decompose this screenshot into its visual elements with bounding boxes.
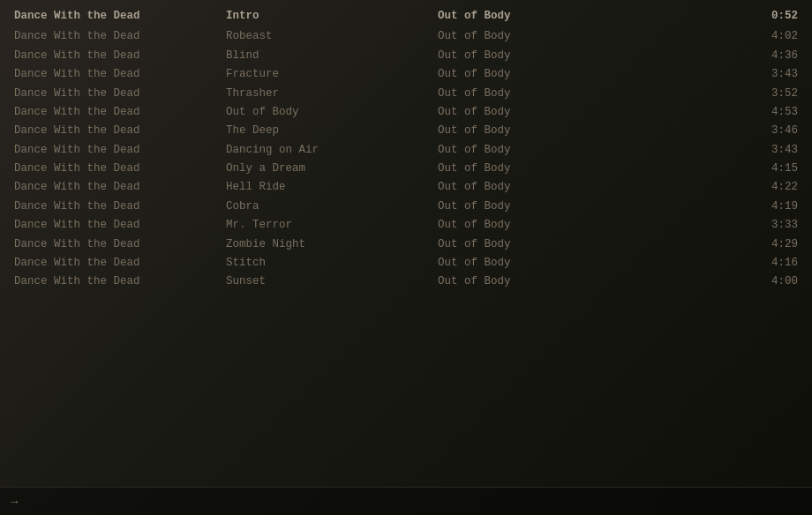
track-album: Out of Body [438, 236, 650, 253]
track-list-header: Dance With the Dead Intro Out of Body 0:… [0, 7, 812, 26]
track-list: Dance With the Dead Intro Out of Body 0:… [0, 0, 812, 299]
track-artist: Dance With the Dead [14, 255, 226, 272]
track-title: Mr. Terror [226, 217, 438, 234]
track-artist: Dance With the Dead [14, 198, 226, 215]
table-row[interactable]: Dance With the DeadThe DeepOut of Body3:… [0, 122, 812, 140]
table-row[interactable]: Dance With the DeadThrasherOut of Body3:… [0, 85, 812, 103]
table-row[interactable]: Dance With the DeadCobraOut of Body4:19 [0, 198, 812, 216]
track-title: Hell Ride [226, 179, 438, 196]
track-album: Out of Body [438, 86, 650, 102]
table-row[interactable]: Dance With the DeadZombie NightOut of Bo… [0, 235, 812, 254]
track-duration: 3:52 [650, 86, 798, 102]
track-album: Out of Body [438, 28, 650, 45]
header-artist: Dance With the Dead [14, 8, 226, 25]
track-duration: 4:19 [650, 198, 798, 215]
track-duration: 3:33 [650, 217, 798, 234]
track-duration: 4:29 [650, 236, 798, 253]
track-duration: 4:16 [650, 255, 798, 272]
track-album: Out of Body [438, 66, 650, 83]
track-title: Thrasher [226, 86, 438, 102]
table-row[interactable]: Dance With the DeadHell RideOut of Body4… [0, 178, 812, 197]
bottom-bar: → [0, 487, 812, 515]
track-duration: 4:22 [650, 179, 798, 196]
track-title: Dancing on Air [226, 142, 438, 159]
track-title: Cobra [226, 198, 438, 215]
table-row[interactable]: Dance With the DeadOut of BodyOut of Bod… [0, 103, 812, 122]
table-row[interactable]: Dance With the DeadBlindOut of Body4:36 [0, 47, 812, 65]
track-album: Out of Body [438, 142, 650, 159]
track-artist: Dance With the Dead [14, 28, 226, 45]
track-album: Out of Body [438, 123, 650, 139]
track-artist: Dance With the Dead [14, 104, 226, 121]
table-row[interactable]: Dance With the DeadMr. TerrorOut of Body… [0, 216, 812, 235]
track-duration: 4:02 [650, 28, 798, 45]
table-row[interactable]: Dance With the DeadRobeastOut of Body4:0… [0, 27, 812, 46]
track-artist: Dance With the Dead [14, 86, 226, 102]
track-duration: 3:43 [650, 66, 798, 83]
header-album: Out of Body [438, 8, 650, 25]
track-artist: Dance With the Dead [14, 217, 226, 234]
track-artist: Dance With the Dead [14, 48, 226, 64]
track-duration: 3:43 [650, 142, 798, 159]
track-artist: Dance With the Dead [14, 179, 226, 196]
table-row[interactable]: Dance With the DeadFractureOut of Body3:… [0, 65, 812, 84]
table-row[interactable]: Dance With the DeadOnly a DreamOut of Bo… [0, 160, 812, 178]
track-artist: Dance With the Dead [14, 123, 226, 139]
track-title: Stitch [226, 255, 438, 272]
track-title: Blind [226, 48, 438, 64]
arrow-icon: → [11, 495, 18, 509]
track-title: Only a Dream [226, 160, 438, 177]
track-album: Out of Body [438, 217, 650, 234]
track-album: Out of Body [438, 179, 650, 196]
table-row[interactable]: Dance With the DeadDancing on AirOut of … [0, 141, 812, 160]
track-title: Fracture [226, 66, 438, 83]
track-title: The Deep [226, 123, 438, 139]
track-artist: Dance With the Dead [14, 66, 226, 83]
track-album: Out of Body [438, 255, 650, 272]
track-title: Sunset [226, 273, 438, 290]
track-album: Out of Body [438, 160, 650, 177]
track-artist: Dance With the Dead [14, 273, 226, 290]
track-title: Zombie Night [226, 236, 438, 253]
track-duration: 4:36 [650, 48, 798, 64]
track-duration: 4:53 [650, 104, 798, 121]
tracks-container: Dance With the DeadRobeastOut of Body4:0… [0, 27, 812, 291]
table-row[interactable]: Dance With the DeadSunsetOut of Body4:00 [0, 272, 812, 291]
track-album: Out of Body [438, 273, 650, 290]
track-album: Out of Body [438, 48, 650, 64]
track-album: Out of Body [438, 198, 650, 215]
track-artist: Dance With the Dead [14, 160, 226, 177]
table-row[interactable]: Dance With the DeadStitchOut of Body4:16 [0, 254, 812, 272]
track-duration: 4:15 [650, 160, 798, 177]
track-duration: 4:00 [650, 273, 798, 290]
track-artist: Dance With the Dead [14, 142, 226, 159]
track-duration: 3:46 [650, 123, 798, 139]
header-title: Intro [226, 8, 438, 25]
header-duration: 0:52 [650, 8, 798, 25]
track-artist: Dance With the Dead [14, 236, 226, 253]
track-title: Robeast [226, 28, 438, 45]
track-album: Out of Body [438, 104, 650, 121]
track-title: Out of Body [226, 104, 438, 121]
